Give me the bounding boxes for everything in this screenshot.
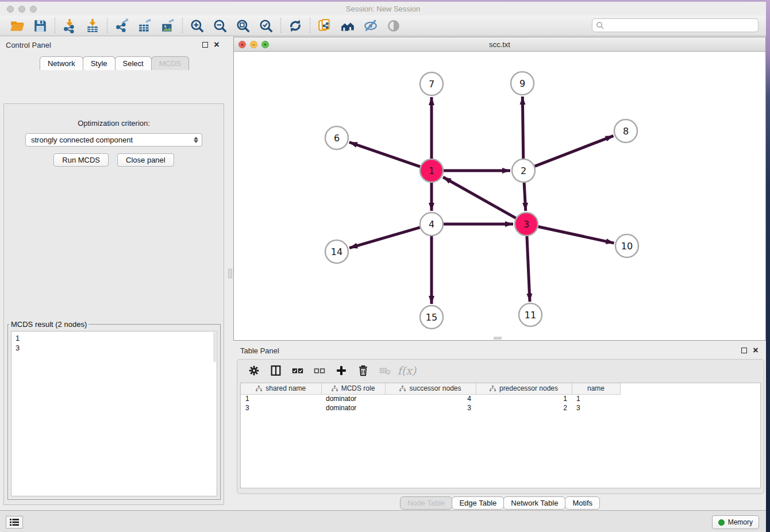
graph-edge-3-1[interactable] <box>443 177 516 218</box>
mcds-panel-body: Optimization criterion: strongly connect… <box>3 103 224 505</box>
graph-edge-4-14[interactable] <box>349 228 420 248</box>
network-window-titlebar[interactable]: × − + scc.txt <box>234 37 765 52</box>
graph-edge-2-9[interactable] <box>522 97 523 159</box>
column-header-shared-name[interactable]: shared name <box>241 383 321 394</box>
criterion-select-value: strongly connected component <box>31 136 133 144</box>
float-panel-icon[interactable] <box>199 42 211 48</box>
window-title: Session: New Session <box>0 5 766 13</box>
table-cell[interactable]: 3 <box>241 403 321 413</box>
tab-edge-table[interactable]: Edge Table <box>452 496 504 510</box>
network-close-button[interactable]: × <box>238 41 246 48</box>
mcds-result-title: MCDS result (2 nodes) <box>9 320 88 329</box>
tab-network[interactable]: Network <box>40 56 83 70</box>
network-minimize-button[interactable]: − <box>250 41 257 48</box>
graph-edge-3-11[interactable] <box>527 236 530 302</box>
table-cell[interactable]: dominator <box>321 394 385 403</box>
tab-node-table[interactable]: Node Table <box>400 496 453 510</box>
table-cell[interactable]: 2 <box>476 403 572 413</box>
save-icon[interactable] <box>29 17 52 34</box>
refresh-view-icon[interactable] <box>284 17 307 34</box>
toolbar-separator <box>310 18 310 34</box>
mcds-result-fieldset: MCDS result (2 nodes) 1 3 <box>7 320 221 500</box>
tab-style[interactable]: Style <box>83 56 116 70</box>
add-column-icon[interactable] <box>332 363 351 379</box>
table-row[interactable]: 3dominator323 <box>241 403 620 413</box>
table-cell[interactable]: 1 <box>241 394 321 403</box>
graph-node-7[interactable]: 7 <box>420 72 443 95</box>
tab-motifs[interactable]: Motifs <box>565 496 600 510</box>
float-table-panel-icon[interactable] <box>738 348 750 353</box>
memory-button[interactable]: Memory <box>712 515 759 529</box>
graph-node-label: 15 <box>426 312 437 323</box>
column-header-name[interactable]: name <box>572 383 620 394</box>
node-table[interactable]: shared nameMCDS rolesuccessor nodesprede… <box>240 383 761 488</box>
export-image-icon[interactable] <box>156 17 179 34</box>
graph-edge-2-8[interactable] <box>535 136 614 166</box>
show-all-icon[interactable] <box>382 17 405 34</box>
result-scrollbar[interactable] <box>213 332 216 362</box>
import-table-icon[interactable] <box>81 17 104 34</box>
column-type-icon <box>256 385 262 392</box>
first-neighbors-icon[interactable] <box>336 17 359 34</box>
graph-edge-1-6[interactable] <box>349 142 420 167</box>
table-cell[interactable]: 3 <box>385 403 476 413</box>
graph-node-9[interactable]: 9 <box>511 72 534 95</box>
export-table-icon[interactable] <box>133 17 156 34</box>
tab-network-table[interactable]: Network Table <box>503 496 565 510</box>
zoom-out-icon[interactable] <box>209 17 232 34</box>
open-folder-icon[interactable] <box>6 17 29 34</box>
column-header-MCDS-role[interactable]: MCDS role <box>321 383 385 394</box>
tab-mcds[interactable]: MCDS <box>151 56 189 70</box>
delete-column-icon[interactable] <box>353 363 373 379</box>
close-table-panel-icon[interactable]: × <box>750 348 761 353</box>
graph-node-8[interactable]: 8 <box>614 119 637 142</box>
zoom-fit-icon[interactable] <box>232 17 255 34</box>
table-cell[interactable]: 3 <box>572 403 620 413</box>
close-panel-icon[interactable]: × <box>211 42 222 48</box>
split-divider-handle[interactable] <box>228 269 232 278</box>
graph-node-3[interactable]: 3 <box>515 213 538 236</box>
mcds-result-list[interactable]: 1 3 <box>11 331 217 496</box>
deselect-all-checkbox-icon[interactable] <box>310 363 329 379</box>
run-mcds-button[interactable]: Run MCDS <box>53 153 109 167</box>
zoom-in-icon[interactable] <box>186 17 209 34</box>
canvas-hscroll-handle[interactable] <box>494 337 502 340</box>
graph-node-10[interactable]: 10 <box>615 234 638 257</box>
hide-selected-icon[interactable] <box>359 17 382 34</box>
criterion-select[interactable]: strongly connected component <box>25 133 202 147</box>
control-panel: Control Panel × NetworkStyleSelectMCDS O… <box>0 36 228 506</box>
export-network-icon[interactable] <box>110 17 133 34</box>
gear-icon[interactable] <box>244 363 264 379</box>
column-header-predecessor-nodes[interactable]: predecessor nodes <box>476 383 572 394</box>
graph-node-6[interactable]: 6 <box>325 126 348 149</box>
table-cell[interactable]: 1 <box>572 394 620 403</box>
zoom-selected-icon[interactable] <box>255 17 278 34</box>
select-all-checkbox-icon[interactable] <box>288 363 307 379</box>
column-header-successor-nodes[interactable]: successor nodes <box>385 383 476 394</box>
task-history-icon[interactable] <box>6 516 23 529</box>
table-cell[interactable]: 4 <box>385 394 476 403</box>
graph-node-11[interactable]: 11 <box>519 303 542 326</box>
search-input[interactable] <box>592 18 759 32</box>
close-panel-button[interactable]: Close panel <box>117 153 174 167</box>
graph-node-15[interactable]: 15 <box>420 306 443 329</box>
table-cell[interactable]: dominator <box>321 403 385 413</box>
desktop-edge-top <box>0 0 770 2</box>
graph-node-2[interactable]: 2 <box>512 159 535 182</box>
graph-edge-3-10[interactable] <box>538 226 614 243</box>
column-header-label: predecessor nodes <box>499 384 558 392</box>
table-cell[interactable]: 1 <box>476 394 572 403</box>
graph-node-4[interactable]: 4 <box>420 213 443 236</box>
network-window-controls: × − + <box>238 41 269 48</box>
graph-node-1[interactable]: 1 <box>420 159 443 182</box>
toggle-columns-icon[interactable] <box>266 363 286 379</box>
network-canvas[interactable]: 1234678910111415 <box>234 52 765 340</box>
tab-select[interactable]: Select <box>115 56 152 70</box>
network-maximize-button[interactable]: + <box>261 41 269 48</box>
network-view-window: × − + scc.txt 1234678910111415 <box>233 37 766 341</box>
table-row[interactable]: 1dominator411 <box>241 394 620 403</box>
network-from-file-icon[interactable] <box>313 17 336 34</box>
graph-edge-2-3[interactable] <box>524 183 526 211</box>
import-network-icon[interactable] <box>58 17 81 34</box>
graph-node-14[interactable]: 14 <box>325 240 348 263</box>
